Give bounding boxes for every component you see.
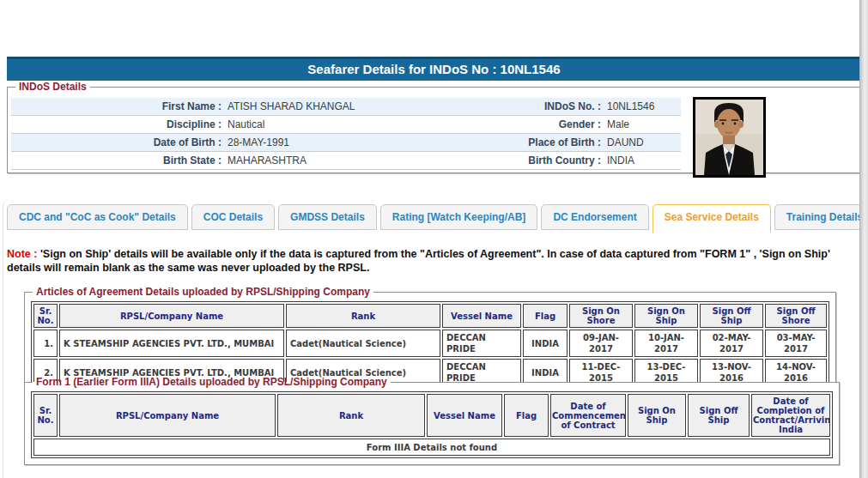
tab-training-details[interactable]: Training Details: [774, 204, 868, 230]
birth-state-label: Birth State :: [11, 152, 222, 169]
date-of-birth-label: Date of Birth :: [11, 134, 222, 151]
indos-details-legend: INDoS Details: [15, 81, 90, 93]
col-sign-on-ship: Sign On Ship: [628, 394, 686, 437]
col-sign-on-shore: Sign On Shore: [569, 304, 633, 328]
detail-row: Date of Birth : 28-MAY-1991 Place of Bir…: [11, 134, 681, 152]
place-of-birth-value: DAUND: [601, 134, 681, 151]
col-sign-off-shore: Sign Off Shore: [765, 304, 827, 328]
first-name-value: ATISH SHARAD KHANGAL: [222, 98, 459, 115]
place-of-birth-label: Place of Birth :: [459, 134, 601, 151]
col-rpsl-company: RPSL/Company Name: [59, 394, 276, 437]
detail-row: Discipline : Nautical Gender : Male: [11, 116, 681, 134]
col-date-completion: Date of Completion of Contract/Arriving …: [751, 394, 830, 437]
tab-sea-service-details[interactable]: Sea Service Details: [653, 204, 771, 233]
vertical-scrollbar[interactable]: [859, 0, 868, 478]
cell-sign-on-shore: 09-JAN-2017: [569, 330, 633, 357]
col-vessel-name: Vessel Name: [442, 304, 521, 328]
tab-coc-details[interactable]: COC Details: [191, 204, 275, 230]
birth-country-value: INDIA: [601, 152, 681, 169]
page-title: Seafarer Details for INDoS No : 10NL1546: [7, 57, 861, 81]
col-flag: Flag: [523, 304, 568, 328]
birth-state-value: MAHARASHTRA: [222, 152, 459, 169]
form1-legend: Form 1 (Earlier Form IIIA) Details uploa…: [33, 376, 391, 388]
date-of-birth-value: 28-MAY-1991: [222, 134, 459, 151]
indos-detail-rows: First Name : ATISH SHARAD KHANGAL INDoS …: [11, 98, 681, 178]
cell-vessel: DECCAN PRIDE: [442, 330, 521, 357]
cell-sr-no: 1.: [33, 330, 58, 357]
discipline-value: Nautical: [222, 116, 459, 133]
col-rank: Rank: [286, 304, 440, 328]
col-date-commencement: Date of Commencement of Contract: [550, 394, 626, 437]
col-sign-off-ship: Sign Off Ship: [688, 394, 750, 437]
col-rpsl-company: RPSL/Company Name: [59, 304, 284, 328]
seafarer-details-page: Seafarer Details for INDoS No : 10NL1546…: [0, 0, 868, 478]
gender-label: Gender :: [459, 116, 601, 133]
form-iiia-not-found-message: Form IIIA Details not found: [33, 439, 830, 456]
articles-of-agreement-legend: Articles of Agreement Details uploaded b…: [33, 286, 373, 298]
discipline-label: Discipline :: [11, 116, 222, 133]
cell-flag: INDIA: [523, 330, 568, 357]
seafarer-photo: [693, 97, 766, 178]
birth-country-label: Birth Country :: [459, 152, 601, 169]
cell-rank: Cadet(Nautical Science): [286, 330, 440, 357]
cell-company: K STEAMSHIP AGENCIES PVT. LTD., MUMBAI: [59, 330, 284, 357]
col-flag: Flag: [504, 394, 549, 437]
col-sign-on-ship: Sign On Ship: [634, 304, 698, 328]
col-vessel-name: Vessel Name: [427, 394, 502, 437]
cell-sign-off-ship: 02-MAY-2017: [700, 330, 763, 357]
tab-cdc-coc-cook-details[interactable]: CDC and "CoC as Cook" Details: [7, 204, 188, 230]
first-name-label: First Name :: [11, 98, 222, 115]
col-sr-no: Sr. No.: [33, 304, 58, 328]
note-prefix: Note :: [7, 248, 37, 260]
table-row: 1. K STEAMSHIP AGENCIES PVT. LTD., MUMBA…: [33, 330, 827, 357]
cell-sign-off-shore: 03-MAY-2017: [765, 330, 827, 357]
tab-rating-watch-keeping[interactable]: Rating [Watch Keeping/AB]: [380, 204, 538, 230]
table-header-row: Sr. No. RPSL/Company Name Rank Vessel Na…: [33, 394, 830, 437]
col-rank: Rank: [277, 394, 425, 437]
tab-bar: CDC and "CoC as Cook" Details COC Detail…: [7, 204, 868, 233]
indos-details-fieldset: INDoS Details First Name : ATISH SHARAD …: [7, 81, 860, 173]
indos-no-value: 10NL1546: [601, 98, 681, 115]
indos-no-label: INDoS No. :: [459, 98, 601, 115]
col-sign-off-ship: Sign Off Ship: [700, 304, 763, 328]
form1-fieldset: Form 1 (Earlier Form IIIA) Details uploa…: [24, 376, 840, 465]
tab-dc-endorsement[interactable]: DC Endorsement: [541, 204, 648, 230]
tab-gmdss-details[interactable]: GMDSS Details: [278, 204, 377, 230]
detail-row: First Name : ATISH SHARAD KHANGAL INDoS …: [11, 98, 681, 116]
note-body: 'Sign on Ship' details will be available…: [7, 248, 830, 274]
form1-table: Sr. No. RPSL/Company Name Rank Vessel Na…: [31, 391, 833, 458]
detail-row: Birth State : MAHARASHTRA Birth Country …: [11, 152, 681, 170]
col-sr-no: Sr. No.: [33, 394, 58, 437]
empty-row: Form IIIA Details not found: [33, 439, 830, 456]
cell-sign-on-ship: 10-JAN-2017: [634, 330, 698, 357]
sign-on-ship-note: Note : 'Sign on Ship' details will be av…: [7, 247, 860, 275]
table-header-row: Sr. No. RPSL/Company Name Rank Vessel Na…: [33, 304, 827, 328]
gender-value: Male: [601, 116, 681, 133]
